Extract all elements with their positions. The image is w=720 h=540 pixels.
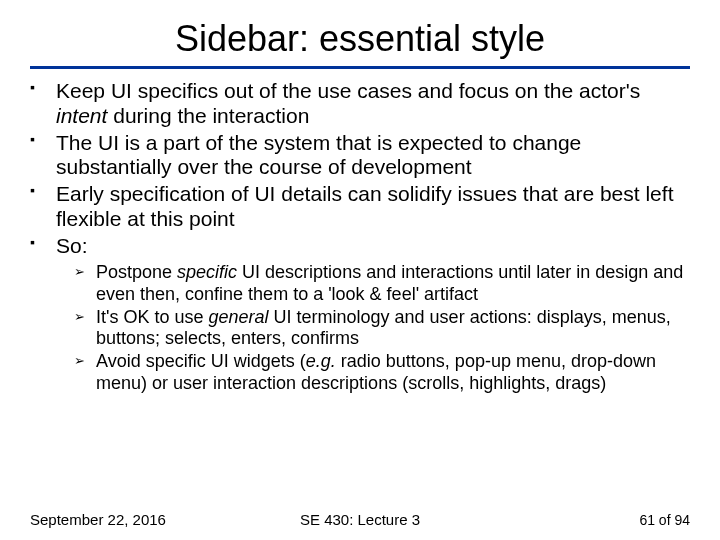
slide: Sidebar: essential style Keep UI specifi… xyxy=(0,0,720,540)
slide-footer: September 22, 2016 SE 430: Lecture 3 61 … xyxy=(0,511,720,528)
sub-bullet-text-italic: e.g. xyxy=(306,351,336,371)
slide-title: Sidebar: essential style xyxy=(30,18,690,60)
sub-bullet-text: Avoid specific UI widgets ( xyxy=(96,351,306,371)
sub-bullet-text-italic: general xyxy=(208,307,268,327)
bullet-text: during the interaction xyxy=(107,104,309,127)
bullet-item: Keep UI specifics out of the use cases a… xyxy=(30,79,690,129)
sub-bullet-text-italic: specific xyxy=(177,262,237,282)
bullet-text: So: xyxy=(56,234,88,257)
bullet-text-italic: intent xyxy=(56,104,107,127)
bullet-text: The UI is a part of the system that is e… xyxy=(56,131,581,179)
bullet-text: Keep UI specifics out of the use cases a… xyxy=(56,79,640,102)
slide-body: Keep UI specifics out of the use cases a… xyxy=(30,79,690,394)
bullet-item: So: xyxy=(30,234,690,259)
sub-bullet-text: It's OK to use xyxy=(96,307,208,327)
bullet-list: Keep UI specifics out of the use cases a… xyxy=(30,79,690,258)
sub-bullet-item: Postpone specific UI descriptions and in… xyxy=(74,262,690,304)
sub-bullet-item: It's OK to use general UI terminology an… xyxy=(74,307,690,349)
footer-course: SE 430: Lecture 3 xyxy=(300,511,420,528)
footer-page: 61 of 94 xyxy=(639,512,690,528)
bullet-item: The UI is a part of the system that is e… xyxy=(30,131,690,181)
title-underline xyxy=(30,66,690,69)
sub-bullet-list: Postpone specific UI descriptions and in… xyxy=(30,262,690,393)
bullet-text: Early specification of UI details can so… xyxy=(56,182,673,230)
sub-bullet-text: Postpone xyxy=(96,262,177,282)
sub-bullet-item: Avoid specific UI widgets (e.g. radio bu… xyxy=(74,351,690,393)
bullet-item: Early specification of UI details can so… xyxy=(30,182,690,232)
footer-date: September 22, 2016 xyxy=(30,511,166,528)
